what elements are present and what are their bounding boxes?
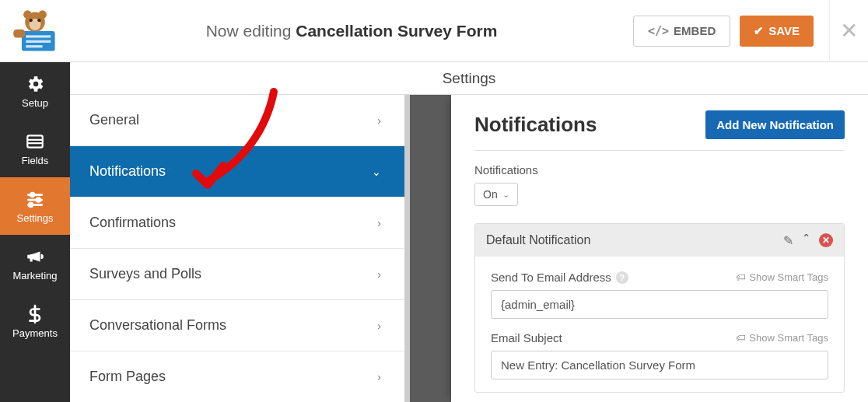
rail-marketing-label: Marketing <box>12 270 57 281</box>
chevron-right-icon: › <box>377 320 381 332</box>
editing-prefix: Now editing <box>206 22 296 40</box>
settings-header: Settings <box>70 62 868 95</box>
smart-tags-label: Show Smart Tags <box>749 271 828 283</box>
app-logo <box>0 0 70 62</box>
tag-icon: 🏷 <box>736 332 746 344</box>
svg-point-19 <box>29 203 33 207</box>
rail-fields[interactable]: Fields <box>0 120 70 177</box>
subnav-conversational[interactable]: Conversational Forms › <box>70 300 404 351</box>
subnav-confirmations-label: Confirmations <box>89 215 176 231</box>
subnav-general[interactable]: General › <box>70 95 404 146</box>
subnav-notifications-label: Notifications <box>89 163 166 180</box>
divider-strip <box>404 95 451 402</box>
sliders-icon <box>25 189 45 209</box>
svg-rect-11 <box>27 135 43 147</box>
code-icon: </> <box>648 24 669 38</box>
chevron-right-icon: › <box>377 114 381 127</box>
svg-point-4 <box>30 19 33 22</box>
add-notification-button[interactable]: Add New Notification <box>705 110 845 139</box>
embed-button[interactable]: </> EMBED <box>633 16 730 47</box>
check-icon: ✔ <box>754 24 764 38</box>
content-header: Notifications Add New Notification <box>474 110 845 151</box>
save-button[interactable]: ✔ SAVE <box>740 16 814 47</box>
svg-rect-7 <box>26 35 51 37</box>
rail-fields-label: Fields <box>22 155 49 166</box>
pencil-icon[interactable]: ✎ <box>783 233 793 248</box>
notification-card-actions: ✎ ˆ ✕ <box>783 233 833 248</box>
subnav-conversational-label: Conversational Forms <box>89 317 226 334</box>
delete-icon[interactable]: ✕ <box>819 233 833 247</box>
notification-card-title: Default Notification <box>486 233 590 247</box>
chevron-right-icon: › <box>377 268 381 281</box>
smart-tags-label: Show Smart Tags <box>749 332 828 344</box>
rail-payments-label: Payments <box>12 327 58 339</box>
rail-setup[interactable]: Setup <box>0 62 70 120</box>
subnav-notifications[interactable]: Notifications ⌄ <box>70 146 404 198</box>
subnav-surveys[interactable]: Surveys and Polls › <box>70 249 404 300</box>
svg-point-1 <box>23 10 32 19</box>
svg-rect-9 <box>26 45 42 47</box>
notification-card-header: Default Notification ✎ ˆ ✕ <box>475 224 844 257</box>
rail-setup-label: Setup <box>22 97 48 109</box>
subnav-scrollbar[interactable] <box>404 95 410 402</box>
svg-rect-8 <box>26 40 51 42</box>
sendto-row: Send To Email Address ? 🏷 Show Smart Tag… <box>491 271 828 319</box>
show-smart-tags-subject[interactable]: 🏷 Show Smart Tags <box>736 332 828 344</box>
notification-card-body: Send To Email Address ? 🏷 Show Smart Tag… <box>475 257 844 379</box>
rail-payments[interactable]: Payments <box>0 292 70 350</box>
dollar-icon <box>25 304 45 324</box>
save-label: SAVE <box>768 24 800 37</box>
subnav-formpages[interactable]: Form Pages › <box>70 351 404 402</box>
subnav-formpages-label: Form Pages <box>89 369 166 385</box>
rail-settings[interactable]: Settings <box>0 177 70 235</box>
svg-point-17 <box>37 198 40 201</box>
topbar-buttons: </> EMBED ✔ SAVE <box>633 16 821 47</box>
sendto-input[interactable] <box>491 290 828 319</box>
chevron-down-icon: ⌄ <box>502 190 509 200</box>
chevron-right-icon: › <box>377 371 381 383</box>
content-panel: Notifications Add New Notification Notif… <box>451 95 868 402</box>
embed-label: EMBED <box>674 24 716 37</box>
notification-card: Default Notification ✎ ˆ ✕ Send To Email… <box>474 223 845 393</box>
chevron-down-icon: ⌄ <box>372 166 381 178</box>
tag-icon: 🏷 <box>736 271 746 283</box>
rail-marketing[interactable]: Marketing <box>0 235 70 292</box>
notifications-toggle-value: On <box>483 188 498 201</box>
editing-title: Now editing Cancellation Survey Form <box>70 22 633 40</box>
show-smart-tags-sendto[interactable]: 🏷 Show Smart Tags <box>736 271 828 283</box>
subject-label: Email Subject <box>491 331 562 344</box>
settings-body: General › Notifications ⌄ Confirmations … <box>70 95 868 402</box>
settings-subnav: General › Notifications ⌄ Confirmations … <box>70 95 404 402</box>
left-rail: Setup Fields Settings Marketing Payments <box>0 62 70 402</box>
sendto-label-text: Send To Email Address <box>491 271 611 284</box>
topbar: Now editing Cancellation Survey Form </>… <box>0 0 868 62</box>
rail-settings-label: Settings <box>17 212 54 224</box>
svg-point-15 <box>30 193 34 197</box>
subject-row: Email Subject 🏷 Show Smart Tags <box>491 331 828 379</box>
content-heading: Notifications <box>474 113 597 137</box>
subject-input[interactable] <box>491 351 828 379</box>
gear-icon <box>25 74 45 94</box>
main-area: Setup Fields Settings Marketing Payments… <box>0 62 868 402</box>
sendto-label: Send To Email Address ? <box>491 271 628 284</box>
subnav-confirmations[interactable]: Confirmations › <box>70 198 404 249</box>
subnav-general-label: General <box>89 112 139 128</box>
chevron-right-icon: › <box>377 217 381 229</box>
notifications-toggle-block: Notifications On ⌄ <box>474 163 845 206</box>
svg-point-5 <box>37 19 40 22</box>
svg-point-2 <box>38 10 47 19</box>
help-icon[interactable]: ? <box>616 271 628 284</box>
notifications-toggle-label: Notifications <box>474 163 845 177</box>
form-name: Cancellation Survey Form <box>296 22 497 40</box>
close-button[interactable]: ✕ <box>829 0 868 62</box>
subnav-surveys-label: Surveys and Polls <box>89 266 201 282</box>
svg-rect-10 <box>13 29 25 37</box>
notifications-toggle-select[interactable]: On ⌄ <box>474 183 518 206</box>
bullhorn-icon <box>25 246 45 267</box>
settings-column: Settings General › Notifications ⌄ Confi… <box>70 62 868 402</box>
chevron-up-icon[interactable]: ˆ <box>804 233 808 247</box>
list-icon <box>25 131 45 152</box>
